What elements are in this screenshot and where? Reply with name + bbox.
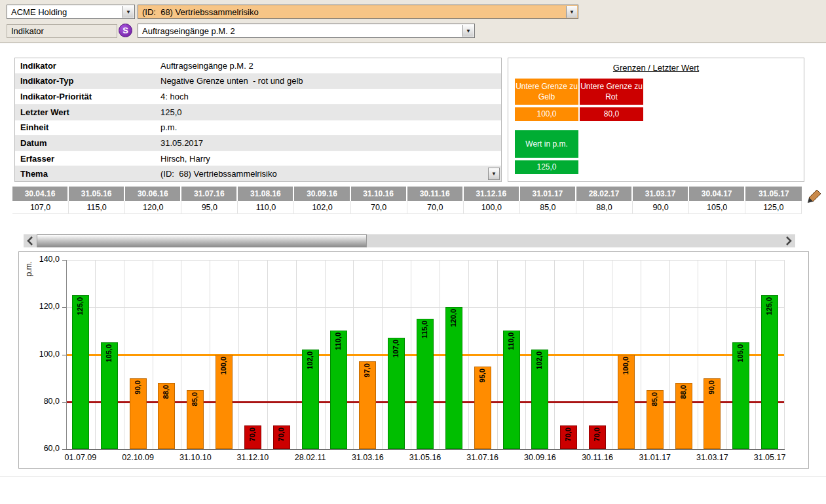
x-axis-tick-label: 31.10.10 xyxy=(169,453,221,462)
info-row-label: Indikator xyxy=(15,61,160,71)
x-axis-tick-label: 31.01.17 xyxy=(629,453,681,462)
y-tick-label: 100,0 xyxy=(29,350,60,359)
company-select[interactable]: ACME Holding ▼ xyxy=(7,5,135,19)
history-column: 31.05.17125,0 xyxy=(745,187,802,214)
y-axis-line xyxy=(66,260,67,449)
red-limit-header: Untere Grenze zu Rot xyxy=(580,79,643,105)
h-gridline xyxy=(66,307,784,308)
history-value-cell: 95,0 xyxy=(181,201,238,214)
bar-value-label: 90,0 xyxy=(134,380,141,394)
yellow-limit-header: Untere Grenze zu Gelb xyxy=(515,79,578,105)
bar-value-label: 70,0 xyxy=(564,427,572,441)
bar-value-label: 88,0 xyxy=(162,385,170,399)
bar-value-label: 85,0 xyxy=(650,392,658,406)
y-tick-label: 120,0 xyxy=(29,302,60,311)
info-row: Datum31.05.2017 xyxy=(15,135,501,151)
history-date-cell: 30.09.16 xyxy=(294,187,350,201)
chart-bar xyxy=(72,295,89,449)
info-row-value: (ID: 68) Vertriebssammelrisiko xyxy=(160,169,501,179)
info-row-value: Negative Grenze unten - rot und gelb xyxy=(160,76,501,86)
info-row-value: Hirsch, Harry xyxy=(160,154,501,164)
history-value-cell: 102,0 xyxy=(294,201,350,214)
history-date-cell: 28.02.17 xyxy=(576,187,633,201)
info-row-value: 125,0 xyxy=(160,107,501,117)
bar-value-label: 70,0 xyxy=(248,427,256,441)
bar-chart: p.m. 140,0120,0100,080,060,0125,001.07.0… xyxy=(18,251,809,469)
y-tick-label: 140,0 xyxy=(29,255,60,264)
bar-value-label: 88,0 xyxy=(679,385,687,399)
indicator-s-icon[interactable]: S xyxy=(119,24,132,37)
info-row: Einheitp.m. xyxy=(15,120,501,136)
plot-top-border xyxy=(66,260,784,261)
history-value-cell: 120,0 xyxy=(125,201,181,214)
history-date-cell: 31.03.17 xyxy=(633,187,689,201)
yellow-limit-value: 100,0 xyxy=(515,107,578,121)
chart-bar xyxy=(761,295,778,449)
history-column: 30.04.17105,0 xyxy=(689,187,745,214)
info-row-label: Indikator-Typ xyxy=(15,76,160,86)
risk-select[interactable]: (ID: 68) Vertriebssammelrisiko ▼ xyxy=(138,5,578,19)
scrollbar-thumb[interactable] xyxy=(37,234,367,247)
history-value-cell: 70,0 xyxy=(407,201,464,214)
y-tick-label: 80,0 xyxy=(29,397,60,406)
scroll-left-icon[interactable] xyxy=(24,234,37,247)
v-gridline xyxy=(784,260,785,449)
history-value-cell: 88,0 xyxy=(576,201,633,214)
chevron-down-icon[interactable]: ▼ xyxy=(566,6,577,18)
bottom-toolbar: Punkte Balken antares xyxy=(0,476,826,504)
chart-bar xyxy=(417,319,434,449)
y-tick-label: 60,0 xyxy=(29,444,60,453)
bar-value-label: 85,0 xyxy=(191,392,198,406)
history-column: 30.11.1670,0 xyxy=(407,187,464,214)
bar-value-label: 70,0 xyxy=(593,427,601,441)
history-date-cell: 31.07.16 xyxy=(181,187,238,201)
scroll-right-icon[interactable] xyxy=(782,234,795,247)
info-row-label: Thema xyxy=(15,169,160,179)
x-axis-tick-label: 02.10.09 xyxy=(112,453,164,462)
history-value-cell: 100,0 xyxy=(464,201,520,214)
x-axis-tick-label: 31.07.16 xyxy=(457,453,509,462)
x-axis-tick-label: 28.02.11 xyxy=(284,453,337,462)
edit-pencil-icon[interactable] xyxy=(806,189,822,204)
history-column: 30.09.16102,0 xyxy=(294,187,350,214)
indikator-label: Indikator xyxy=(7,24,117,38)
info-row-value: 4: hoch xyxy=(160,92,501,101)
history-date-cell: 31.05.17 xyxy=(745,187,802,201)
history-date-cell: 31.01.17 xyxy=(520,187,576,201)
history-table: 30.04.16107,031.05.16115,030.06.16120,03… xyxy=(12,187,802,214)
history-column: 31.07.1695,0 xyxy=(181,187,238,214)
history-value-cell: 90,0 xyxy=(633,201,689,214)
history-date-cell: 30.04.17 xyxy=(689,187,745,201)
history-column: 30.06.16120,0 xyxy=(125,187,181,214)
history-date-cell: 30.06.16 xyxy=(125,187,181,201)
bar-value-label: 102,0 xyxy=(306,351,314,370)
info-row-value: 31.05.2017 xyxy=(160,138,501,148)
indicator-select[interactable]: Auftragseingänge p.M. 2 ▼ xyxy=(138,24,475,38)
x-axis-tick-label: 31.03.17 xyxy=(686,453,738,462)
history-column: 28.02.1788,0 xyxy=(576,187,633,214)
history-value-cell: 85,0 xyxy=(520,201,576,214)
limits-panel: Grenzen / Letzter Wert Untere Grenze zu … xyxy=(508,58,804,182)
history-column: 30.04.16107,0 xyxy=(12,187,69,214)
bar-value-label: 100,0 xyxy=(622,357,629,375)
history-column: 31.08.16110,0 xyxy=(238,187,294,214)
bar-value-label: 115,0 xyxy=(421,321,428,338)
x-axis-tick-label: 31.12.10 xyxy=(227,453,279,462)
bar-value-label: 100,0 xyxy=(219,357,227,375)
current-value-header: Wert in p.m. xyxy=(515,130,578,158)
chart-bar xyxy=(445,307,462,449)
thema-dropdown-icon[interactable]: ▼ xyxy=(488,168,500,180)
history-value-cell: 115,0 xyxy=(69,201,125,214)
x-axis-tick-label: 30.09.16 xyxy=(514,453,566,462)
chevron-down-icon[interactable]: ▼ xyxy=(122,6,134,18)
x-axis-tick-label: 01.07.09 xyxy=(54,453,107,462)
bar-value-label: 70,0 xyxy=(277,427,285,441)
chart-scrollbar[interactable] xyxy=(24,234,795,247)
indicator-select-value: Auftragseingänge p.M. 2 xyxy=(142,26,235,36)
chevron-down-icon[interactable]: ▼ xyxy=(462,25,474,37)
bar-value-label: 107,0 xyxy=(392,340,400,358)
history-date-cell: 31.12.16 xyxy=(464,187,520,201)
history-date-cell: 31.08.16 xyxy=(238,187,294,201)
bar-value-label: 125,0 xyxy=(76,297,84,315)
company-select-value: ACME Holding xyxy=(11,7,67,17)
